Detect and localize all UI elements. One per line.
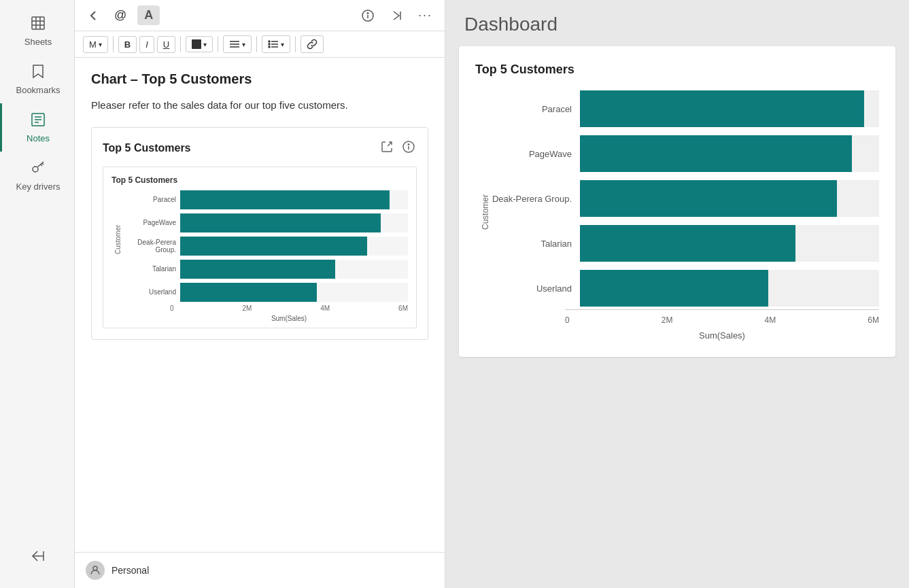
large-bar-track xyxy=(580,135,879,172)
small-bar-row: PageWave xyxy=(122,213,408,232)
collapse-icon xyxy=(31,549,46,566)
dashboard-panel: Dashboard Top 5 Customers Customer Parac… xyxy=(445,0,909,588)
svg-rect-0 xyxy=(32,17,44,29)
large-chart-y-label: Customer xyxy=(475,90,490,307)
small-chart-bars: Paracel PageWave Deak-Perera Group. Tala… xyxy=(122,190,408,302)
small-bar-fill xyxy=(180,283,317,302)
format-separator-1 xyxy=(113,36,114,52)
small-bar-track xyxy=(180,260,408,279)
avatar xyxy=(86,561,105,580)
svg-point-22 xyxy=(269,41,270,42)
heading-dropdown[interactable]: M ▾ xyxy=(83,36,108,53)
x-tick: 6M xyxy=(398,305,408,312)
list-dropdown[interactable]: ▾ xyxy=(262,35,290,53)
small-bar-track xyxy=(180,237,408,256)
small-chart-x-axis: 02M4M6M xyxy=(170,302,408,315)
x-tick: 0 xyxy=(565,315,570,325)
notes-content[interactable]: Chart – Top 5 Customers Pleaser refer to… xyxy=(75,58,445,552)
sidebar-collapse-btn[interactable] xyxy=(23,540,51,574)
sidebar-item-notes[interactable]: Notes xyxy=(0,103,74,152)
small-bar-label: Userland xyxy=(122,288,176,296)
large-bar-track xyxy=(580,90,879,127)
large-bar-row: Talarian xyxy=(490,225,879,262)
bold-button[interactable]: B xyxy=(118,36,137,53)
notes-icon xyxy=(30,111,46,131)
italic-button[interactable]: I xyxy=(139,36,154,53)
dashboard-title: Dashboard xyxy=(464,14,890,35)
underline-button[interactable]: U xyxy=(157,36,175,53)
back-button[interactable] xyxy=(83,7,103,24)
sidebar: Sheets Bookmarks Notes xyxy=(0,0,75,588)
chart-export-button[interactable] xyxy=(379,139,395,158)
align-dropdown[interactable]: ▾ xyxy=(223,35,252,53)
chart-info-button[interactable] xyxy=(400,139,417,158)
sidebar-bottom xyxy=(0,540,74,588)
large-bar-label: Userland xyxy=(490,283,572,294)
bold-a-button[interactable]: A xyxy=(137,5,160,25)
small-chart-subtitle: Top 5 Customers xyxy=(112,175,408,185)
large-bar-fill xyxy=(580,270,768,307)
small-bar-fill xyxy=(180,213,381,232)
x-tick: 2M xyxy=(242,305,252,312)
large-bar-row: Paracel xyxy=(490,90,879,127)
small-bar-fill xyxy=(180,260,335,279)
large-bar-row: PageWave xyxy=(490,135,879,172)
chart-widget-title: Top 5 Customers xyxy=(103,142,191,154)
note-title: Chart – Top 5 Customers xyxy=(91,71,428,87)
x-tick: 0 xyxy=(170,305,174,312)
small-bar-track xyxy=(180,283,408,302)
small-chart-inner: Top 5 Customers Customer Paracel PageWav… xyxy=(103,167,417,328)
small-chart-y-label: Customer xyxy=(112,190,122,288)
align-chevron-icon: ▾ xyxy=(242,41,245,48)
sidebar-item-bookmarks-label: Bookmarks xyxy=(16,85,60,95)
small-chart: Top 5 Customers Customer Paracel PageWav… xyxy=(103,167,417,328)
small-bar-label: PageWave xyxy=(122,219,176,226)
list-chevron-icon: ▾ xyxy=(281,41,284,48)
link-button[interactable] xyxy=(301,35,324,53)
footer-label: Personal xyxy=(112,565,149,576)
end-button[interactable] xyxy=(385,6,407,25)
mention-button[interactable]: @ xyxy=(110,5,131,25)
large-chart: Customer Paracel PageWave Deak-Perera Gr… xyxy=(475,90,879,341)
x-tick: 6M xyxy=(868,315,879,325)
key-drivers-icon xyxy=(30,160,46,179)
info-button[interactable] xyxy=(357,6,379,25)
color-chevron-icon: ▾ xyxy=(203,41,207,48)
sidebar-item-key-drivers[interactable]: Key drivers xyxy=(0,152,74,200)
large-bar-label: Paracel xyxy=(490,104,572,114)
large-bar-row: Deak-Perera Group. xyxy=(490,180,879,217)
sheets-icon xyxy=(30,15,46,34)
sidebar-item-bookmarks[interactable]: Bookmarks xyxy=(0,55,74,103)
large-bar-fill xyxy=(580,90,864,127)
more-button[interactable]: ··· xyxy=(414,5,436,25)
small-bar-row: Userland xyxy=(122,283,408,302)
large-bar-label: Talarian xyxy=(490,239,572,249)
dashboard-card-title: Top 5 Customers xyxy=(475,63,879,77)
embedded-chart-widget: Top 5 Customers xyxy=(91,127,428,340)
color-dropdown[interactable]: ▾ xyxy=(186,36,213,52)
format-separator-2 xyxy=(180,36,181,52)
sidebar-item-sheets-label: Sheets xyxy=(24,37,52,47)
format-separator-5 xyxy=(295,36,296,52)
large-bar-fill xyxy=(580,180,837,217)
format-separator-3 xyxy=(218,36,218,52)
svg-point-31 xyxy=(408,143,409,145)
large-chart-x-axis: 02M4M6M xyxy=(565,309,879,325)
chart-widget-actions xyxy=(379,139,417,158)
sidebar-item-key-drivers-label: Key drivers xyxy=(16,181,60,192)
x-tick: 4M xyxy=(320,305,330,312)
large-bar-track xyxy=(580,225,879,262)
large-chart-area: Customer Paracel PageWave Deak-Perera Gr… xyxy=(475,90,879,307)
x-tick: 2M xyxy=(662,315,673,325)
svg-point-17 xyxy=(367,12,368,14)
large-bar-fill xyxy=(580,225,795,262)
small-bar-label: Paracel xyxy=(122,196,176,203)
small-bar-fill xyxy=(180,237,367,256)
small-bar-label: Deak-Perera Group. xyxy=(122,239,176,254)
notes-panel: @ A ··· M ▾ B xyxy=(75,0,445,588)
notes-footer: Personal xyxy=(75,552,445,588)
small-chart-area: Customer Paracel PageWave Deak-Perera Gr… xyxy=(112,190,408,302)
large-bar-track xyxy=(580,180,879,217)
sidebar-item-sheets[interactable]: Sheets xyxy=(0,7,74,55)
large-bar-label: PageWave xyxy=(490,149,572,159)
